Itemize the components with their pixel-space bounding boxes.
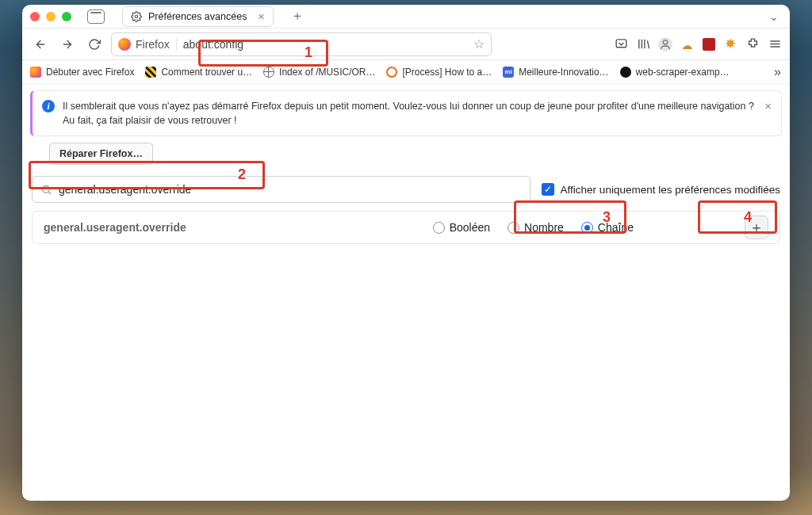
bookmark-item[interactable]: Index of /MUSIC/OR… <box>263 67 375 78</box>
favicon-icon <box>620 67 631 78</box>
svg-line-7 <box>48 192 51 194</box>
bookmark-label: Comment trouver u… <box>161 67 252 78</box>
app-menu-icon[interactable] <box>768 37 782 52</box>
traffic-lights <box>30 12 71 21</box>
bookmark-item[interactable]: miMeilleure-Innovatio… <box>503 67 608 78</box>
radio-icon <box>581 222 593 234</box>
bookmark-star-icon[interactable]: ☆ <box>473 36 485 52</box>
bookmark-item[interactable]: [Process] How to a… <box>386 67 492 78</box>
forward-button[interactable] <box>57 34 78 55</box>
identity-label: Firefox <box>136 38 170 51</box>
favicon-icon <box>30 67 41 78</box>
site-identity[interactable]: Firefox <box>118 38 177 51</box>
bookmark-label: Meilleure-Innovatio… <box>519 67 608 78</box>
tab-close-icon[interactable]: × <box>258 11 264 22</box>
window-close-button[interactable] <box>30 12 40 21</box>
reload-button[interactable] <box>84 34 105 55</box>
infobar-close-icon[interactable]: × <box>764 99 772 113</box>
favicon-icon <box>145 67 156 78</box>
extension-icon-3[interactable]: ✸ <box>723 37 737 52</box>
bookmarks-bar: Débuter avec Firefox Comment trouver u… … <box>22 60 790 84</box>
tab-title: Préférences avancées <box>148 11 247 22</box>
extensions-icon[interactable] <box>745 37 760 52</box>
browser-tab-active[interactable]: Préférences avancées × <box>122 6 274 27</box>
new-tab-button[interactable]: ＋ <box>288 7 307 26</box>
window-titlebar: Préférences avancées × ＋ ⌄ <box>22 5 790 29</box>
checkbox-label: Afficher uniquement les préférences modi… <box>561 184 780 196</box>
svg-point-2 <box>663 40 667 44</box>
radio-string[interactable]: Chaîne <box>581 221 634 234</box>
extension-icon-2[interactable] <box>703 38 715 51</box>
radio-icon <box>433 222 445 234</box>
search-value: general.useragent.override <box>59 183 191 196</box>
add-pref-button[interactable]: ＋ <box>745 216 768 239</box>
sidebar-toggle-icon[interactable] <box>87 10 105 24</box>
svg-point-6 <box>43 185 50 193</box>
radio-label: Chaîne <box>598 221 634 234</box>
radio-label: Booléen <box>450 221 490 234</box>
tab-overflow-chevron-icon[interactable]: ⌄ <box>769 10 779 23</box>
modified-only-checkbox[interactable]: ✓ Afficher uniquement les préférences mo… <box>542 183 780 196</box>
gear-icon <box>131 11 142 22</box>
notification-infobar: Il semblerait que vous n'ayez pas démarr… <box>30 90 782 136</box>
location-text: about:config <box>183 38 467 51</box>
favicon-icon: mi <box>503 67 514 78</box>
account-icon[interactable] <box>658 37 672 52</box>
favicon-icon <box>386 67 397 78</box>
address-bar[interactable]: Firefox about:config ☆ <box>111 32 492 56</box>
checkbox-checked-icon: ✓ <box>542 183 554 196</box>
config-search-row: general.useragent.override ✓ Afficher un… <box>22 173 790 211</box>
svg-point-0 <box>135 15 138 18</box>
navigation-toolbar: Firefox about:config ☆ ✸ <box>22 29 790 60</box>
favicon-icon <box>263 67 274 78</box>
bookmark-item[interactable]: web-scraper-examp… <box>620 67 730 78</box>
bookmarks-overflow-icon[interactable]: » <box>774 65 782 79</box>
back-button[interactable] <box>30 34 51 55</box>
info-icon <box>42 100 55 113</box>
pref-type-radio-group: Booléen Nombre Chaîne <box>433 221 634 234</box>
radio-label: Nombre <box>524 221 564 234</box>
radio-icon <box>508 222 519 234</box>
bookmark-item[interactable]: Débuter avec Firefox <box>30 67 134 78</box>
radio-boolean[interactable]: Booléen <box>433 221 490 234</box>
search-icon <box>40 184 52 196</box>
bookmark-label: [Process] How to a… <box>402 67 492 78</box>
radio-number[interactable]: Nombre <box>508 221 564 234</box>
browser-window: Préférences avancées × ＋ ⌄ Firefox about… <box>22 5 790 501</box>
library-icon[interactable] <box>636 37 650 52</box>
extension-icon-1[interactable] <box>680 37 695 52</box>
pref-search-input[interactable]: general.useragent.override <box>32 176 530 203</box>
bookmark-label: Index of /MUSIC/OR… <box>279 67 375 78</box>
bookmark-label: Débuter avec Firefox <box>46 67 134 78</box>
window-maximize-button[interactable] <box>62 12 71 21</box>
pref-name: general.useragent.override <box>44 221 186 234</box>
pocket-icon[interactable] <box>614 37 628 52</box>
infobar-message: Il semblerait que vous n'ayez pas démarr… <box>63 99 756 128</box>
bookmark-item[interactable]: Comment trouver u… <box>145 67 252 78</box>
window-minimize-button[interactable] <box>46 12 56 21</box>
svg-rect-1 <box>616 40 626 48</box>
pref-row: general.useragent.override Booléen Nombr… <box>32 211 780 244</box>
repair-firefox-button[interactable]: Réparer Firefox… <box>49 143 153 165</box>
bookmark-label: web-scraper-examp… <box>636 67 730 78</box>
firefox-logo-icon <box>118 38 131 51</box>
